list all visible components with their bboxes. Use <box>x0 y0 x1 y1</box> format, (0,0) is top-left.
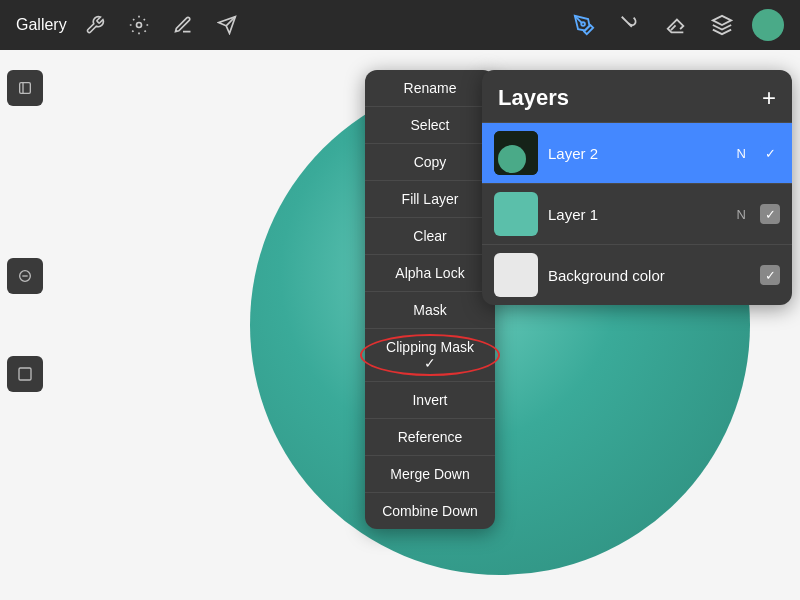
menu-item-clear[interactable]: Clear <box>365 218 495 255</box>
svg-point-3 <box>581 22 585 26</box>
top-toolbar: Gallery <box>0 0 800 50</box>
layer-row-layer1[interactable]: Layer 1 N ✓ <box>482 183 792 244</box>
layers-tool-icon[interactable] <box>706 9 738 41</box>
layer2-thumbnail <box>494 131 538 175</box>
menu-item-fill-layer[interactable]: Fill Layer <box>365 181 495 218</box>
left-tool-1[interactable] <box>7 70 43 106</box>
layer2-name: Layer 2 <box>548 145 727 162</box>
toolbar-right <box>568 9 784 41</box>
pen-tool-icon[interactable] <box>568 9 600 41</box>
checkmark: ✓ <box>765 146 776 161</box>
canvas-area: Rename Select Copy Fill Layer Clear Alph… <box>0 50 800 600</box>
svg-marker-4 <box>713 16 731 25</box>
menu-item-mask[interactable]: Mask <box>365 292 495 329</box>
eraser-tool-icon[interactable] <box>660 9 692 41</box>
left-tool-2[interactable] <box>7 258 43 294</box>
layers-title: Layers <box>498 85 569 111</box>
menu-item-alpha-lock[interactable]: Alpha Lock <box>365 255 495 292</box>
menu-item-invert[interactable]: Invert <box>365 382 495 419</box>
checkmark: ✓ <box>765 268 776 283</box>
menu-item-reference[interactable]: Reference <box>365 419 495 456</box>
clipping-mask-highlight <box>360 334 500 376</box>
layer-row-layer2[interactable]: Layer 2 N ✓ <box>482 122 792 183</box>
layer1-name: Layer 1 <box>548 206 727 223</box>
left-toolbar <box>0 50 50 600</box>
smudge-tool-icon[interactable] <box>614 9 646 41</box>
background-name: Background color <box>548 267 736 284</box>
thumb-inner <box>494 131 538 175</box>
menu-item-copy[interactable]: Copy <box>365 144 495 181</box>
menu-item-combine-down[interactable]: Combine Down <box>365 493 495 529</box>
svg-rect-9 <box>19 368 31 380</box>
layers-add-button[interactable]: + <box>762 84 776 112</box>
layer2-mode: N <box>737 146 746 161</box>
layers-header: Layers + <box>482 70 792 122</box>
gallery-button[interactable]: Gallery <box>16 16 67 34</box>
layer1-checkbox[interactable]: ✓ <box>760 204 780 224</box>
svg-point-0 <box>136 23 141 28</box>
layer2-checkbox[interactable]: ✓ <box>760 143 780 163</box>
layer1-mode: N <box>737 207 746 222</box>
left-tool-3[interactable] <box>7 356 43 392</box>
send-icon[interactable] <box>211 9 243 41</box>
avatar[interactable] <box>752 9 784 41</box>
context-menu: Rename Select Copy Fill Layer Clear Alph… <box>365 70 495 529</box>
checkmark: ✓ <box>765 207 776 222</box>
menu-item-clipping-mask[interactable]: Clipping Mask ✓ <box>365 329 495 382</box>
toolbar-left: Gallery <box>16 9 243 41</box>
script-icon[interactable] <box>167 9 199 41</box>
svg-rect-5 <box>20 83 31 94</box>
adjust-icon[interactable] <box>123 9 155 41</box>
background-thumbnail <box>494 253 538 297</box>
menu-item-rename[interactable]: Rename <box>365 70 495 107</box>
background-checkbox[interactable]: ✓ <box>760 265 780 285</box>
wrench-icon[interactable] <box>79 9 111 41</box>
thumb-teal-circle <box>498 145 526 173</box>
layer-row-background[interactable]: Background color ✓ <box>482 244 792 305</box>
layer1-thumbnail <box>494 192 538 236</box>
menu-item-merge-down[interactable]: Merge Down <box>365 456 495 493</box>
layers-panel: Layers + Layer 2 N ✓ Layer 1 N ✓ <box>482 70 792 305</box>
menu-item-select[interactable]: Select <box>365 107 495 144</box>
